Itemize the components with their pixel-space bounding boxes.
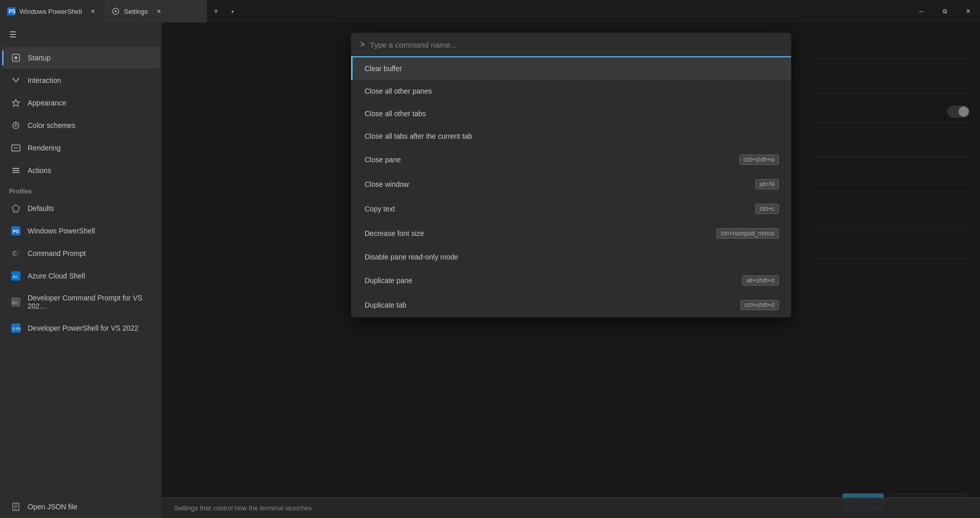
- command-item-close-all-other-panes[interactable]: Close all other panes: [351, 80, 791, 102]
- command-item-name-clear-buffer: Clear buffer: [365, 64, 402, 73]
- command-item-name-disable-pane-readonly: Disable pane read-only mode: [365, 253, 459, 261]
- command-palette-overlay[interactable]: > Clear buffer Close all other panes Clo…: [162, 23, 980, 518]
- svg-text:Az: Az: [13, 274, 17, 279]
- tab-powershell-close[interactable]: ✕: [88, 7, 97, 16]
- sidebar-item-dev-powershell[interactable]: D PS Developer PowerShell for VS 2022: [2, 317, 160, 339]
- sidebar-item-startup[interactable]: Startup: [2, 47, 160, 69]
- windows-powershell-sidebar-icon: PS: [11, 226, 20, 235]
- command-list: Clear buffer Close all other panes Close…: [351, 57, 791, 317]
- svg-point-9: [15, 124, 17, 126]
- defaults-icon: [11, 204, 20, 213]
- svg-rect-15: [12, 172, 19, 173]
- rendering-icon: [11, 143, 20, 153]
- sidebar-actions-label: Actions: [28, 166, 51, 175]
- command-item-close-all-tabs-after[interactable]: Close all tabs after the current tab: [351, 125, 791, 147]
- command-palette: > Clear buffer Close all other panes Clo…: [351, 33, 791, 317]
- command-item-copy-text[interactable]: Copy text ctrl+c: [351, 197, 791, 221]
- tab-powershell-label: Windows PowerShell: [19, 8, 82, 15]
- minimize-button[interactable]: ─: [909, 0, 933, 23]
- svg-text:PS: PS: [13, 229, 19, 234]
- startup-icon: [11, 53, 20, 62]
- color-schemes-icon: [11, 121, 20, 130]
- command-item-clear-buffer[interactable]: Clear buffer: [351, 57, 791, 80]
- command-item-name-close-all-other-tabs: Close all other tabs: [365, 110, 426, 118]
- close-button[interactable]: ✕: [956, 0, 980, 23]
- new-tab-button[interactable]: +: [207, 2, 225, 20]
- powershell-tab-icon: PS: [7, 7, 15, 15]
- command-item-close-all-other-tabs[interactable]: Close all other tabs: [351, 102, 791, 125]
- actions-icon: [11, 166, 20, 175]
- sidebar-color-schemes-label: Color schemes: [28, 121, 75, 130]
- svg-text:D>: D>: [12, 300, 18, 305]
- svg-point-7: [18, 78, 19, 80]
- title-bar: PS Windows PowerShell ✕ Settings ✕ + ▾ ─…: [0, 0, 980, 23]
- command-item-name-close-window: Close window: [365, 180, 409, 188]
- tab-powershell[interactable]: PS Windows PowerShell ✕: [0, 0, 104, 23]
- svg-point-6: [13, 78, 14, 80]
- command-item-name-close-all-other-panes: Close all other panes: [365, 87, 432, 95]
- sidebar-item-dev-cmd-prompt[interactable]: D> Developer Command Prompt for VS 202…: [2, 288, 160, 316]
- command-input-row: >: [351, 33, 791, 57]
- appearance-icon: [11, 98, 20, 107]
- hamburger-button[interactable]: ☰: [0, 23, 162, 47]
- command-item-shortcut-close-window: alt+f4: [755, 179, 779, 189]
- sidebar-item-azure-cloud-shell[interactable]: Az Azure Cloud Shell: [2, 265, 160, 287]
- sidebar-defaults-label: Defaults: [28, 204, 54, 212]
- command-item-name-duplicate-tab: Duplicate tab: [365, 301, 407, 309]
- command-item-duplicate-tab[interactable]: Duplicate tab ctrl+shift+d: [351, 293, 791, 317]
- command-item-disable-pane-readonly[interactable]: Disable pane read-only mode: [351, 246, 791, 268]
- tab-settings-close[interactable]: ✕: [154, 7, 163, 16]
- command-search-input[interactable]: [370, 40, 782, 49]
- command-item-name-close-all-tabs-after: Close all tabs after the current tab: [365, 132, 472, 140]
- command-item-shortcut-duplicate-pane: alt+shift+d: [742, 275, 778, 286]
- sidebar-bottom: Open JSON file: [0, 495, 162, 518]
- command-item-duplicate-pane[interactable]: Duplicate pane alt+shift+d: [351, 268, 791, 293]
- tab-dropdown-button[interactable]: ▾: [225, 2, 239, 20]
- command-item-name-decrease-font-size: Decrease font size: [365, 229, 424, 238]
- restore-button[interactable]: ⧉: [933, 0, 956, 23]
- command-item-close-window[interactable]: Close window alt+f4: [351, 172, 791, 197]
- sidebar-appearance-label: Appearance: [28, 99, 67, 107]
- sidebar-interaction-label: Interaction: [28, 76, 61, 84]
- command-item-close-pane[interactable]: Close pane ctrl+shift+w: [351, 147, 791, 172]
- sidebar-command-prompt-label: Command Prompt: [28, 249, 86, 257]
- sidebar-open-json-label: Open JSON file: [28, 503, 77, 511]
- sidebar-windows-powershell-label: Windows PowerShell: [28, 227, 95, 235]
- sidebar: ☰ Startup Interaction Appearance Color s: [0, 23, 162, 518]
- command-prompt-char: >: [360, 40, 365, 49]
- svg-text:PS: PS: [9, 9, 15, 14]
- interaction-icon: [11, 76, 20, 85]
- svg-point-3: [115, 10, 117, 12]
- svg-text:D PS: D PS: [12, 327, 20, 331]
- sidebar-item-interaction[interactable]: Interaction: [2, 70, 160, 91]
- sidebar-dev-powershell-label: Developer PowerShell for VS 2022: [28, 324, 138, 332]
- svg-point-5: [14, 56, 17, 59]
- sidebar-item-open-json[interactable]: Open JSON file: [2, 496, 160, 517]
- sidebar-item-actions[interactable]: Actions: [2, 160, 160, 181]
- sidebar-item-appearance[interactable]: Appearance: [2, 92, 160, 114]
- svg-marker-16: [12, 205, 19, 212]
- svg-rect-14: [12, 170, 19, 171]
- sidebar-startup-label: Startup: [28, 54, 51, 62]
- sidebar-item-color-schemes[interactable]: Color schemes: [2, 115, 160, 136]
- command-item-name-copy-text: Copy text: [365, 205, 395, 213]
- tab-settings-label: Settings: [124, 8, 148, 15]
- command-item-shortcut-decrease-font-size: ctrl+numpad_minus: [716, 228, 778, 239]
- command-item-decrease-font-size[interactable]: Decrease font size ctrl+numpad_minus: [351, 221, 791, 246]
- tab-settings[interactable]: Settings ✕: [104, 0, 207, 23]
- command-prompt-icon: C:: [11, 249, 20, 258]
- window-controls: ─ ⧉ ✕: [909, 0, 980, 23]
- svg-text:C:: C:: [13, 251, 18, 256]
- dev-powershell-icon: D PS: [11, 323, 20, 333]
- sidebar-item-defaults[interactable]: Defaults: [2, 198, 160, 219]
- sidebar-rendering-label: Rendering: [28, 144, 61, 152]
- profiles-section-label: Profiles: [0, 182, 162, 197]
- command-item-shortcut-duplicate-tab: ctrl+shift+d: [741, 300, 779, 310]
- settings-tab-icon: [112, 7, 120, 15]
- content-area: Windows PowerShell ▾ Let Windows decide …: [162, 23, 980, 518]
- sidebar-item-rendering[interactable]: Rendering: [2, 137, 160, 159]
- sidebar-item-windows-powershell[interactable]: PS Windows PowerShell: [2, 220, 160, 242]
- sidebar-item-command-prompt[interactable]: C: Command Prompt: [2, 243, 160, 264]
- dev-cmd-prompt-icon: D>: [11, 297, 20, 307]
- command-item-shortcut-close-pane: ctrl+shift+w: [739, 155, 779, 165]
